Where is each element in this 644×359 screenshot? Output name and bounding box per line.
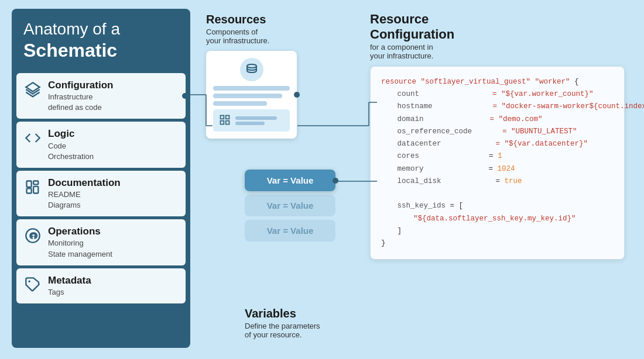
logic-subtitle: Code Orchestration — [48, 141, 179, 162]
variables-title: Variables — [245, 307, 320, 320]
grid-icon — [219, 114, 232, 127]
metadata-title: Metadata — [48, 274, 179, 287]
database-icon — [240, 58, 263, 81]
sub-line-2 — [235, 122, 265, 125]
logic-content: Logic Code Orchestration — [48, 127, 179, 161]
var-card-behind-1: Var = Value — [245, 195, 335, 216]
sidebar-item-logic[interactable]: Logic Code Orchestration — [16, 122, 186, 167]
code-line-ssh-value: "${data.softlayer_ssh_key.my_key.id}" — [381, 213, 614, 225]
svg-rect-8 — [221, 116, 224, 119]
operations-subtitle: Monitoring State management — [48, 238, 179, 259]
code-line-localdisk: local_disk = true — [381, 175, 614, 188]
logic-title: Logic — [48, 127, 179, 140]
panel-title-top: Anatomy of a — [23, 19, 179, 39]
resource-line-1 — [213, 86, 290, 91]
resource-lines — [213, 86, 290, 106]
variables-label-section: Variables Define the parametersof your r… — [245, 307, 320, 345]
svg-rect-11 — [226, 121, 229, 125]
variables-cards: Var = Value Var = Value Var = Value — [245, 170, 335, 245]
docs-icon — [23, 178, 42, 196]
code-line-cores: cores = 1 — [381, 150, 614, 163]
code-line-memory: memory = 1024 — [381, 163, 614, 175]
code-line-ssh-open: ssh_key_ids = [ — [381, 200, 614, 212]
resource-line-3 — [213, 101, 267, 106]
configuration-content: Configuration Infrastructure defined as … — [48, 79, 179, 113]
operations-title: Operations — [48, 225, 179, 238]
svg-point-7 — [247, 64, 256, 68]
tag-icon — [23, 275, 42, 294]
documentation-subtitle: README Diagrams — [48, 189, 179, 210]
var-card-main: Var = Value — [245, 170, 335, 191]
sub-card-lines — [235, 116, 284, 125]
sidebar-item-documentation[interactable]: Documentation README Diagrams — [16, 171, 186, 216]
var-connector-dot — [333, 178, 338, 184]
code-line-os: os_reference_code = "UBUNTU_LATEST" — [381, 126, 614, 138]
configuration-title: Configuration — [48, 79, 179, 92]
metadata-content: Metadata Tags — [48, 274, 179, 298]
variables-subtitle: Define the parametersof your resource. — [245, 322, 320, 339]
code-icon — [23, 129, 42, 147]
documentation-content: Documentation README Diagrams — [48, 177, 179, 210]
svg-rect-4 — [33, 187, 38, 194]
resource-sub-card — [213, 109, 290, 132]
panel-title: Anatomy of a Schematic — [12, 9, 190, 70]
resource-line-2 — [213, 94, 282, 98]
svg-rect-3 — [33, 181, 38, 184]
svg-point-6 — [28, 280, 30, 282]
resource-card — [206, 51, 297, 139]
sidebar-item-configuration[interactable]: Configuration Infrastructure defined as … — [16, 73, 186, 119]
code-line-domain: domain = "demo.com" — [381, 113, 614, 126]
left-panel: Anatomy of a Schematic Configuration Inf… — [12, 9, 190, 348]
code-line-close: } — [381, 237, 614, 250]
resource-config-subtitle: for a component inyour infrastructure. — [370, 43, 625, 60]
svg-rect-10 — [221, 121, 224, 125]
panel-items: Configuration Infrastructure defined as … — [12, 73, 190, 303]
sidebar-item-operations[interactable]: Operations Monitoring State management — [16, 219, 186, 265]
resources-subtitle: Components ofyour infrastructure. — [206, 27, 297, 45]
code-line-count: count = "${var.worker_count}" — [381, 88, 614, 101]
configuration-subtitle: Infrastructure defined as code — [48, 92, 179, 113]
configuration-connector-dot — [182, 93, 188, 99]
code-line-datacenter: datacenter = "${var.datacenter}" — [381, 138, 614, 150]
svg-rect-9 — [226, 116, 229, 119]
sidebar-item-metadata[interactable]: Metadata Tags — [16, 268, 186, 303]
code-line-hostname: hostname = "docker-swarm-worker${count.i… — [381, 101, 614, 113]
github-icon — [23, 226, 42, 245]
svg-rect-1 — [27, 181, 32, 187]
layers-icon — [23, 80, 42, 99]
resource-config-title: ResourceResource ConfigurationConfigurat… — [370, 12, 625, 43]
resources-title: Resources — [206, 13, 297, 26]
sub-line-1 — [235, 116, 277, 120]
documentation-title: Documentation — [48, 177, 179, 189]
resources-section: Resources Components ofyour infrastructu… — [206, 13, 297, 139]
code-block: resource "softlayer_virtual_guest" "work… — [370, 66, 625, 260]
code-line-ssh-close: ] — [381, 225, 614, 237]
var-card-behind-2: Var = Value — [245, 220, 335, 241]
code-line-resource: resource "softlayer_virtual_guest" "work… — [381, 76, 614, 88]
panel-title-bold: Schematic — [23, 39, 179, 61]
resource-config-section: ResourceResource ConfigurationConfigurat… — [370, 12, 625, 260]
operations-content: Operations Monitoring State management — [48, 225, 179, 259]
resource-connector-dot — [294, 92, 300, 98]
svg-rect-2 — [27, 188, 32, 193]
metadata-subtitle: Tags — [48, 287, 179, 298]
code-line-blank — [381, 188, 614, 200]
